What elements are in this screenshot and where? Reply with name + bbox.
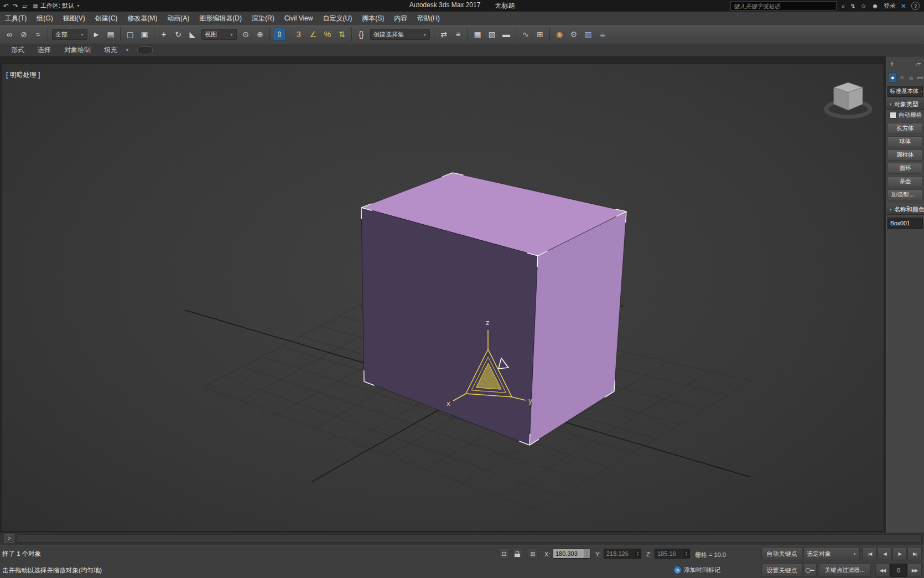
select-and-scale-icon[interactable]: ◣ [186, 28, 199, 41]
add-time-tag[interactable]: 添加时间标记 [674, 566, 720, 574]
menu-item[interactable]: Civil View [279, 12, 318, 25]
render-setup-icon[interactable]: ⚙ [567, 28, 580, 41]
select-object-icon[interactable]: ► [90, 28, 103, 41]
selection-lock-icon[interactable] [512, 549, 522, 559]
object-type-button[interactable]: 长方体 [887, 123, 923, 134]
menu-item[interactable]: 工具(T) [0, 12, 32, 25]
undo-icon[interactable]: ↶ [3, 2, 9, 10]
viewport-shading-label[interactable]: [ 明暗处理 ] [6, 70, 40, 80]
box-object[interactable] [361, 173, 626, 445]
menu-item[interactable]: 视图(V) [58, 12, 90, 25]
named-selection-sets-dropdown[interactable]: 创建选择集▼ [370, 29, 430, 40]
menu-item[interactable]: 脚本(S) [357, 12, 389, 25]
reference-coordinate-system-dropdown[interactable]: 视图▼ [201, 29, 237, 40]
geometry-category-dropdown[interactable]: 标准基本体 ▼ [887, 86, 923, 97]
schematic-view-icon[interactable]: ⊞ [533, 28, 547, 41]
render-production-icon[interactable]: ☕ [596, 28, 609, 41]
perspective-viewport[interactable]: [ 明暗处理 ] zxy [1, 63, 884, 531]
lightning-icon[interactable]: ↯ [850, 2, 855, 10]
select-and-link-icon[interactable]: ∞ [3, 28, 16, 41]
toggle-layer-explorer-icon[interactable]: ▧ [485, 28, 499, 41]
menu-item[interactable]: 渲染(R) [247, 12, 279, 25]
object-type-button[interactable]: 加强型文本 [887, 189, 923, 200]
search-icon[interactable]: ⌕ [842, 2, 845, 10]
mini-listener-field[interactable] [17, 534, 922, 543]
object-type-button[interactable]: 圆柱体 [887, 149, 923, 161]
menu-item[interactable]: 帮助(H) [412, 12, 445, 25]
redo-icon[interactable]: ↷ [13, 2, 18, 10]
toggle-ribbon-icon[interactable]: ▬ [500, 28, 513, 41]
favorites-star-icon[interactable]: ☆ [861, 2, 867, 10]
auto-key-button[interactable]: 自动关键点 [761, 547, 802, 560]
object-type-button[interactable]: 球体 [887, 136, 923, 147]
menu-item[interactable]: 自定义(U) [318, 12, 357, 25]
sign-in-label[interactable]: 登录 [884, 2, 896, 10]
select-and-rotate-icon[interactable]: ↻ [172, 28, 185, 41]
search-input[interactable] [730, 1, 837, 11]
selection-filter-dropdown[interactable]: 全部▼ [52, 29, 87, 40]
rectangular-selection-region-icon[interactable]: ▢ [123, 28, 137, 41]
mirror-icon[interactable]: ⇄ [437, 28, 450, 41]
spinner-icon[interactable] [683, 549, 689, 558]
spinner-icon[interactable] [584, 549, 590, 558]
absolute-offset-toggle-icon[interactable]: ⊞ [528, 549, 538, 559]
angle-snap-toggle-icon[interactable]: ∠ [307, 28, 320, 41]
bind-to-space-warp-icon[interactable]: ≈ [32, 28, 45, 41]
select-by-name-icon[interactable]: ▤ [104, 28, 117, 41]
panel-plus-button[interactable]: + [890, 59, 894, 68]
cameras-tab-icon[interactable]: ▭ [916, 73, 924, 82]
go-to-end-button[interactable]: ▶| [907, 547, 922, 560]
open-file-icon[interactable]: ▱ [22, 2, 27, 10]
help-icon[interactable]: ? [911, 2, 920, 10]
lights-tab-icon[interactable]: ☼ [907, 73, 915, 82]
menu-item[interactable]: 创建(C) [90, 12, 123, 25]
step-back-button[interactable]: ◀◀ [875, 564, 890, 577]
spinner-snap-toggle-icon[interactable]: ⇅ [335, 28, 349, 41]
coord-y-field[interactable]: 218.126 [604, 549, 641, 559]
set-keys-icon-button[interactable] [803, 564, 817, 577]
keyboard-shortcut-override-toggle-icon[interactable]: ⇧ [273, 28, 286, 41]
panel-menu-icon[interactable]: ▱ [916, 60, 921, 68]
workspace-selector[interactable]: ▦ 工作区: 默认 ▼ [33, 2, 80, 10]
edit-named-selection-sets-icon[interactable]: {} [355, 28, 368, 41]
geometry-tab-icon[interactable]: ● [889, 73, 897, 82]
ribbon-tab[interactable]: 填充 [97, 45, 124, 55]
set-key-button[interactable]: 设置关键点 [761, 564, 802, 577]
shapes-tab-icon[interactable]: ○ [898, 73, 906, 82]
window-crossing-toggle-icon[interactable]: ▣ [138, 28, 151, 41]
ribbon-tab[interactable]: 对象绘制 [58, 45, 97, 55]
menu-item[interactable]: 组(G) [32, 12, 58, 25]
spinner-icon[interactable] [635, 549, 641, 558]
key-filters-button[interactable]: 关键点过滤器... [819, 564, 871, 577]
previous-frame-button[interactable]: ◀ [878, 547, 892, 560]
coord-z-field[interactable]: 185.16 [655, 549, 690, 559]
curve-editor-icon[interactable]: ∿ [519, 28, 532, 41]
unlink-selection-icon[interactable]: ⊘ [17, 28, 30, 41]
align-icon[interactable]: ≡ [451, 28, 465, 41]
menu-item[interactable]: 图形编辑器(D) [194, 12, 247, 25]
menu-item[interactable]: 动画(A) [162, 12, 194, 25]
coord-x-field[interactable]: 180.303 [553, 549, 590, 559]
select-and-manipulate-icon[interactable]: ⊕ [253, 28, 267, 41]
play-button[interactable]: ▶ [892, 547, 907, 560]
ribbon-minimize-pill[interactable] [137, 47, 153, 54]
ribbon-tab[interactable]: 选择 [31, 45, 58, 55]
exchange-apps-icon[interactable]: ✕ [901, 2, 906, 10]
selected-mode-dropdown[interactable]: 选定对象 ▼ [803, 547, 860, 560]
menu-item[interactable]: 修改器(M) [122, 12, 162, 25]
ribbon-tab[interactable]: 形式 [4, 45, 31, 55]
select-and-move-icon[interactable]: + [157, 28, 170, 41]
mini-listener-button[interactable]: > [4, 534, 14, 543]
current-frame-field[interactable]: 0 [890, 564, 907, 577]
chevron-down-icon[interactable]: ▼ [125, 48, 129, 53]
rendered-frame-window-icon[interactable]: ▥ [582, 28, 595, 41]
viewcube[interactable] [826, 82, 870, 117]
go-to-start-button[interactable]: |◀ [863, 547, 877, 560]
percent-snap-toggle-icon[interactable]: % [321, 28, 334, 41]
object-name-field[interactable]: Box001 [887, 218, 923, 229]
object-type-button[interactable]: 圆环 [887, 163, 923, 174]
rollout-name-color[interactable]: ▼ 名称和颜色 [886, 204, 924, 215]
toggle-scene-explorer-icon[interactable]: ▦ [471, 28, 484, 41]
isolate-selection-icon[interactable]: ⊡ [499, 549, 509, 559]
rollout-object-type[interactable]: ▼ 对象类型 [886, 99, 924, 110]
